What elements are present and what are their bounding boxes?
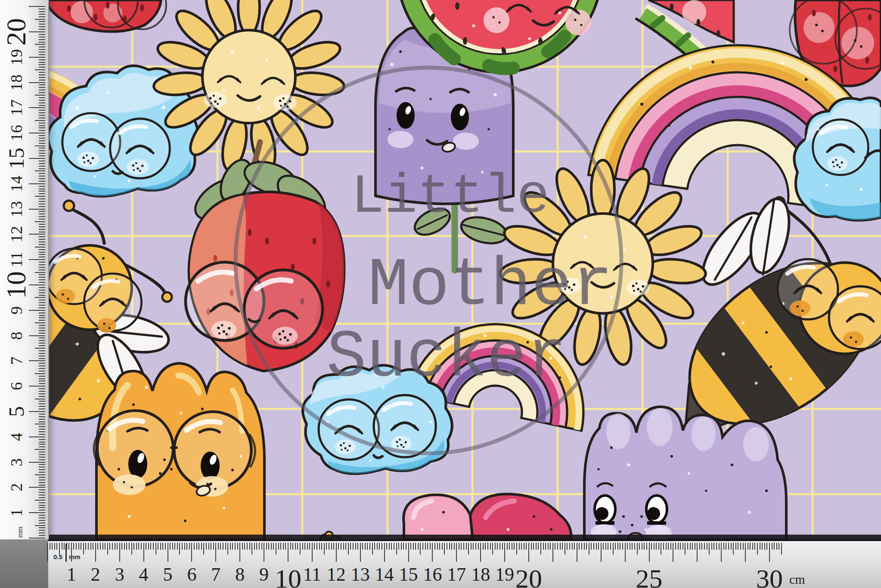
ruler-tick [150, 543, 151, 550]
ruler-tick [39, 515, 45, 516]
ruler-tick [39, 330, 45, 331]
ruler-tick [574, 543, 575, 550]
ruler-tick [201, 543, 202, 550]
ruler-tick [153, 543, 154, 550]
ruler-tick [39, 388, 45, 389]
ruler-tick [487, 543, 488, 550]
ruler-tick [39, 42, 45, 43]
ruler-tick [39, 125, 45, 126]
ruler-tick [35, 297, 45, 298]
ruler-tick [519, 543, 520, 550]
ruler-tick [39, 232, 45, 232]
ruler-tick [509, 543, 510, 550]
ruler-number: 17 [447, 563, 466, 585]
ruler-tick [581, 543, 582, 550]
ruler-tick [39, 67, 45, 68]
ruler-tick [39, 191, 45, 192]
ruler-tick [774, 543, 775, 550]
ruler-tick [398, 543, 399, 550]
ruler-tick [39, 168, 45, 169]
ruler-tick [713, 543, 714, 550]
ruler-tick [642, 543, 642, 550]
ruler-tick [39, 497, 45, 498]
ruler-tick [754, 543, 755, 550]
ruler-tick [35, 120, 45, 121]
ruler-tick [605, 543, 606, 550]
ruler-tick [29, 310, 45, 311]
ruler-tick [555, 543, 555, 550]
ruler-tick [39, 345, 45, 346]
ruler-number: 18 [471, 563, 490, 585]
ruler-tick [769, 543, 770, 562]
ruler-tick [596, 543, 597, 550]
ruler-tick [709, 543, 710, 554]
ruler-tick [66, 543, 67, 550]
ruler-tick [540, 543, 541, 554]
ruler-tick [39, 264, 45, 265]
ruler-tick [666, 543, 667, 550]
ruler-tick [545, 543, 546, 550]
ruler-tick [757, 543, 758, 554]
ruler-number: 19 [495, 563, 514, 585]
ruler-tick [39, 54, 45, 55]
ruler-tick [184, 543, 185, 550]
ruler-tick [748, 543, 748, 550]
ruler-tick [39, 135, 45, 136]
ruler-tick [386, 543, 387, 550]
lavender-tulip-bottom-right [584, 407, 786, 540]
ruler-tick [331, 543, 332, 550]
ruler-tick [690, 543, 691, 550]
ruler-tick [552, 543, 553, 562]
ruler-tick [174, 543, 175, 550]
ruler-tick [239, 543, 240, 562]
ruler-tick [179, 543, 180, 554]
ruler-tick [285, 543, 286, 550]
ruler-corner [0, 539, 48, 588]
ruler-number: 10 [275, 563, 301, 588]
ruler-tick [276, 543, 276, 554]
ruler-tick [39, 317, 45, 318]
ruler-tick [50, 543, 50, 550]
ruler-tick [39, 393, 45, 394]
ruler-tick [39, 485, 45, 486]
ruler-tick [408, 543, 409, 562]
ruler-tick [639, 543, 640, 550]
ruler-tick [483, 543, 484, 550]
ruler-tick [39, 226, 45, 227]
ruler-tick [682, 543, 683, 550]
ruler-tick [329, 543, 329, 550]
ruler-tick [39, 150, 45, 151]
ruler-tick [119, 543, 120, 562]
ruler-tick [264, 543, 264, 562]
ruler-tick [39, 257, 45, 257]
ruler-tick [651, 543, 652, 550]
ruler-tick [29, 436, 45, 437]
ruler-tick [353, 543, 354, 550]
ruler-tick [39, 302, 45, 303]
ruler-tick [459, 543, 459, 550]
ruler-tick [406, 543, 406, 550]
ruler-tick [403, 543, 404, 550]
ruler-tick [699, 543, 700, 550]
ruler-tick [220, 543, 221, 550]
ruler-tick [601, 543, 602, 562]
ruler-tick [39, 189, 45, 189]
ruler-tick [39, 406, 45, 407]
ruler-tick [35, 272, 45, 273]
ruler-tick [531, 543, 532, 550]
ruler-tick [126, 543, 127, 550]
ruler-tick [372, 543, 373, 554]
ruler-tick [290, 543, 291, 550]
ruler-tick [203, 543, 204, 554]
ruler-tick [39, 115, 45, 116]
ruler-tick [278, 543, 279, 550]
ruler-tick [261, 543, 262, 550]
ruler-tick [593, 543, 594, 550]
ruler-tick [620, 543, 620, 550]
ruler-tick [160, 543, 161, 550]
ruler-tick [687, 543, 688, 550]
ruler-tick [716, 543, 717, 550]
ruler-tick [314, 543, 315, 550]
ruler-tick [35, 170, 45, 171]
ruler-tick [39, 320, 45, 321]
